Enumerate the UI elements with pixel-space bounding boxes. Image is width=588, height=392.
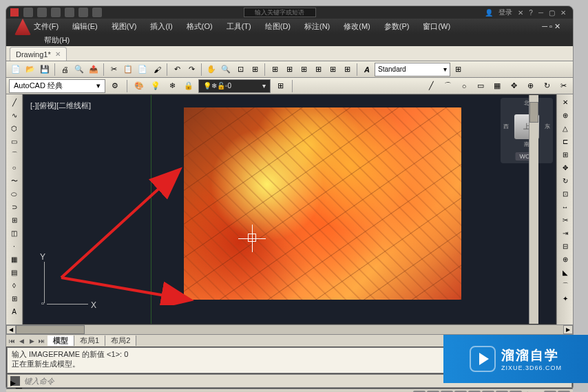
match-button[interactable]: 🖌 <box>150 63 164 76</box>
copy-obj-button[interactable]: ⊕ <box>523 79 537 93</box>
line-button[interactable]: ╱ <box>424 79 438 93</box>
point-tool[interactable]: · <box>8 240 21 253</box>
menu-tools[interactable]: 工具(T) <box>220 21 258 32</box>
menu-modify[interactable]: 修改(M) <box>337 21 377 32</box>
offset-tool[interactable]: ⊏ <box>558 135 572 148</box>
qat-print-icon[interactable] <box>92 8 102 17</box>
rotate-button[interactable]: ↻ <box>540 79 554 93</box>
circle-button[interactable]: ○ <box>457 79 471 93</box>
layer-properties-button[interactable]: 🎨 <box>132 79 146 93</box>
menu-view[interactable]: 视图(V) <box>105 21 144 32</box>
copy-tool[interactable]: ⊕ <box>558 109 572 122</box>
break-tool[interactable]: ⊟ <box>558 240 572 253</box>
maximize-button[interactable]: ▢ <box>549 9 555 17</box>
dim-style-button[interactable]: ⊞ <box>451 63 465 76</box>
fillet-tool[interactable]: ⌒ <box>558 279 572 292</box>
qat-undo-icon[interactable] <box>65 8 74 17</box>
ellipse-arc-tool[interactable]: ⊃ <box>8 200 21 214</box>
layer-select[interactable]: 💡❄🔓▫ 0▾ <box>198 79 271 93</box>
tab-layout2[interactable]: 布局2 <box>105 336 136 346</box>
help-search-input[interactable] <box>244 8 316 17</box>
layer-state-button[interactable]: ⊞ <box>273 79 287 93</box>
publish-button[interactable]: 📤 <box>87 63 101 76</box>
ellipse-tool[interactable]: ⬭ <box>8 187 21 200</box>
hatch-button[interactable]: ▦ <box>490 79 504 93</box>
ucs-icon[interactable]: Y X ▫ <box>34 252 96 314</box>
close-button[interactable]: ✕ <box>560 9 566 17</box>
qat-save-icon[interactable] <box>51 8 61 17</box>
zoom-prev-button[interactable]: ⊞ <box>248 63 262 76</box>
qat-redo-icon[interactable] <box>78 8 88 17</box>
qat-open-icon[interactable] <box>37 8 47 17</box>
zoom-window-button[interactable]: ⊡ <box>233 63 247 76</box>
properties-button[interactable]: ⊞ <box>268 63 282 76</box>
calc-button[interactable]: ⊞ <box>340 63 354 76</box>
user-icon[interactable]: 👤 <box>485 9 493 17</box>
layer-lock-icon[interactable]: 🔒 <box>182 79 196 93</box>
mirror-tool[interactable]: △ <box>558 122 572 135</box>
chamfer-tool[interactable]: ◣ <box>558 266 572 279</box>
document-tab[interactable]: Drawing1* ✕ <box>10 47 67 61</box>
text-style-select[interactable]: Standard▾ <box>375 63 450 76</box>
insert-block-tool[interactable]: ⊞ <box>8 214 21 227</box>
paste-button[interactable]: 📄 <box>136 63 149 76</box>
command-prompt-icon[interactable]: ▸_ <box>10 376 20 386</box>
scrollbar-vertical[interactable] <box>529 95 538 324</box>
tab-close-icon[interactable]: ✕ <box>55 50 61 58</box>
rotate-tool[interactable]: ↻ <box>558 174 572 187</box>
login-link[interactable]: 登录 <box>498 8 512 17</box>
layout-nav[interactable]: ⏮◀▶⏭ <box>6 338 48 344</box>
array-tool[interactable]: ⊞ <box>558 148 572 161</box>
drawing-canvas[interactable]: [-][俯视][二维线框] Y X <box>23 94 556 324</box>
hatch-tool[interactable]: ▦ <box>8 253 21 266</box>
scroll-left-button[interactable]: ◀ <box>6 325 16 334</box>
pan-button[interactable]: ✋ <box>204 63 218 76</box>
scale-tool[interactable]: ⊡ <box>558 187 572 200</box>
arc-tool[interactable]: ⌒ <box>8 148 21 161</box>
text-tool[interactable]: A <box>8 305 21 318</box>
save-button[interactable]: 💾 <box>38 63 52 76</box>
open-button[interactable]: 📂 <box>23 63 37 76</box>
exchange-icon[interactable]: ✕ <box>518 9 523 17</box>
workspace-select[interactable]: AutoCAD 经典▾ <box>9 79 105 93</box>
menu-draw[interactable]: 绘图(D) <box>258 21 297 32</box>
make-block-tool[interactable]: ◫ <box>8 227 21 240</box>
menu-insert[interactable]: 插入(I) <box>143 21 179 32</box>
viewcube[interactable]: 北 南 东 西 上 WCS <box>501 98 553 163</box>
design-center-button[interactable]: ⊞ <box>282 63 296 76</box>
trim-button[interactable]: ✂ <box>556 79 570 93</box>
qat-new-icon[interactable] <box>23 8 33 17</box>
rect-button[interactable]: ▭ <box>474 79 487 93</box>
minimize-button[interactable]: ─ <box>538 9 543 17</box>
stretch-tool[interactable]: ↔ <box>558 200 572 214</box>
polyline-tool[interactable]: ∿ <box>8 109 21 122</box>
text-style-icon[interactable]: A <box>360 63 374 76</box>
undo-button[interactable]: ↶ <box>170 63 184 76</box>
menu-edit[interactable]: 编辑(E) <box>65 21 105 32</box>
line-tool[interactable]: ╱ <box>8 96 21 109</box>
menu-dimension[interactable]: 标注(N) <box>297 21 337 32</box>
menu-window[interactable]: 窗口(W) <box>416 21 457 32</box>
scrollbar-horizontal[interactable]: ◀ ▶ <box>6 324 573 334</box>
zoom-button[interactable]: 🔍 <box>219 63 233 76</box>
scroll-right-button[interactable]: ▶ <box>563 325 573 334</box>
new-button[interactable]: 📄 <box>9 63 23 76</box>
region-tool[interactable]: ◊ <box>8 279 21 292</box>
tool-palette-button[interactable]: ⊞ <box>297 63 311 76</box>
markup-button[interactable]: ⊞ <box>326 63 339 76</box>
extend-tool[interactable]: ⇥ <box>558 227 572 240</box>
arc-button[interactable]: ⌒ <box>441 79 454 93</box>
viewport-label[interactable]: [-][俯视][二维线框] <box>30 101 91 111</box>
move-button[interactable]: ✥ <box>507 79 521 93</box>
erase-tool[interactable]: ✕ <box>558 96 572 109</box>
table-tool[interactable]: ⊞ <box>8 292 21 305</box>
circle-tool[interactable]: ○ <box>8 161 21 174</box>
layer-on-icon[interactable]: 💡 <box>149 79 162 93</box>
print-button[interactable]: 🖨 <box>58 63 72 76</box>
move-tool[interactable]: ✥ <box>558 161 572 174</box>
gradient-tool[interactable]: ▤ <box>8 266 21 279</box>
menu-parametric[interactable]: 参数(P) <box>377 21 417 32</box>
menu-format[interactable]: 格式(O) <box>180 21 220 32</box>
tab-layout1[interactable]: 布局1 <box>74 336 105 346</box>
copy-button[interactable]: 📋 <box>121 63 135 76</box>
